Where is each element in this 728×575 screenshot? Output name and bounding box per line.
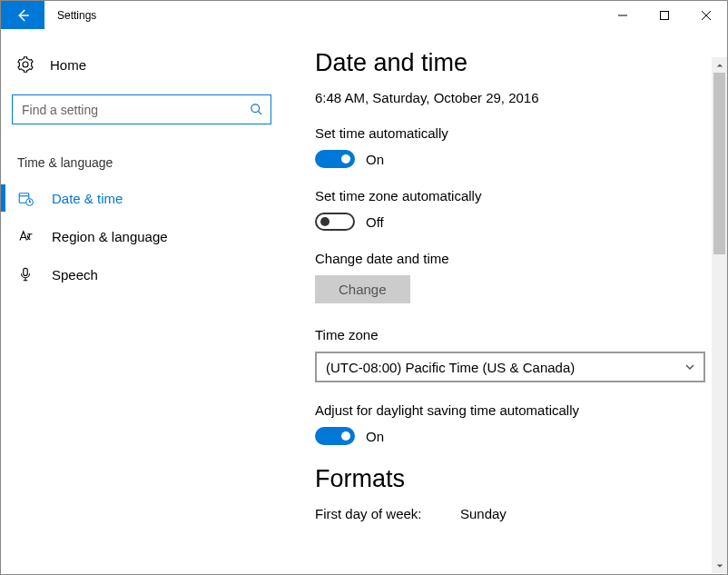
calendar-clock-icon [17,190,34,206]
close-icon [702,11,711,20]
sidebar-group-label: Time & language [1,124,282,179]
sidebar-item-date-time[interactable]: Date & time [1,179,282,217]
chevron-down-icon [685,362,694,372]
language-icon [17,228,34,244]
sidebar-item-speech[interactable]: Speech [1,255,282,293]
window-controls [602,1,727,29]
svg-rect-4 [24,268,28,275]
timezone-label: Time zone [315,327,709,342]
current-datetime: 6:48 AM, Saturday, October 29, 2016 [315,90,709,105]
titlebar: Settings [1,1,727,29]
svg-rect-0 [661,11,669,19]
first-day-label: First day of week: [315,506,433,521]
minimize-button[interactable] [602,1,644,29]
sidebar-item-label: Speech [52,267,98,283]
gear-icon [17,56,34,73]
dst-toggle[interactable] [315,427,355,445]
close-button[interactable] [685,1,727,29]
set-tz-auto-state: Off [366,214,384,230]
scroll-up-arrow[interactable] [712,57,727,73]
back-button[interactable] [1,1,44,29]
sidebar-item-region-language[interactable]: Region & language [1,217,282,255]
dst-label: Adjust for daylight saving time automati… [315,402,709,418]
sidebar-item-label: Date & time [52,191,123,206]
minimize-icon [618,11,627,20]
set-time-auto-state: On [366,152,384,167]
page-title: Date and time [315,49,709,77]
sidebar: Home Find a setting Time & language Date… [1,29,282,574]
search-placeholder: Find a setting [22,103,250,117]
first-day-value: Sunday [460,506,507,521]
set-tz-auto-toggle[interactable] [315,213,355,231]
change-datetime-label: Change date and time [315,251,709,266]
sidebar-item-label: Region & language [52,229,168,244]
vertical-scrollbar[interactable] [712,57,727,573]
svg-point-1 [251,104,260,113]
formats-title: Formats [315,465,709,493]
maximize-icon [660,11,669,20]
home-label: Home [50,57,86,73]
scroll-down-arrow[interactable] [712,558,727,573]
set-tz-auto-label: Set time zone automatically [315,188,709,203]
arrow-left-icon [15,7,31,24]
timezone-value: (UTC-08:00) Pacific Time (US & Canada) [326,360,575,375]
set-time-auto-label: Set time automatically [315,125,709,141]
scrollbar-thumb[interactable] [713,73,725,254]
content-pane: Date and time 6:48 AM, Saturday, October… [282,29,727,574]
dst-state: On [366,429,384,444]
maximize-button[interactable] [644,1,685,29]
timezone-dropdown[interactable]: (UTC-08:00) Pacific Time (US & Canada) [315,352,705,382]
home-nav[interactable]: Home [1,49,282,80]
search-icon [250,103,263,116]
microphone-icon [17,266,34,283]
change-button[interactable]: Change [315,275,410,303]
set-time-auto-toggle[interactable] [315,150,355,168]
window-title: Settings [44,1,96,29]
search-input[interactable]: Find a setting [12,94,271,124]
